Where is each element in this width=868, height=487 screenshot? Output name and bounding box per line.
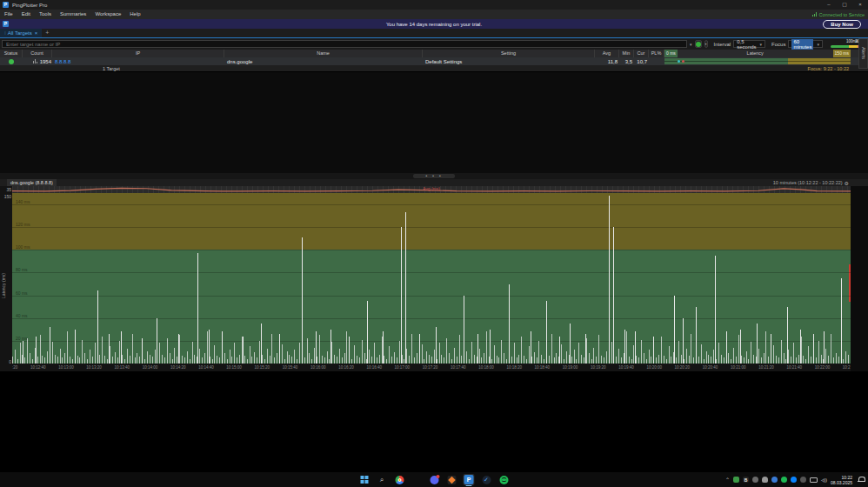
- latency-sample: [239, 355, 240, 364]
- menu-summaries[interactable]: Summaries: [56, 10, 90, 19]
- menu-file[interactable]: File: [0, 10, 17, 19]
- maximize-button[interactable]: ▢: [837, 0, 852, 10]
- notifications-bell-icon[interactable]: [858, 477, 865, 484]
- target-input[interactable]: [2, 40, 687, 48]
- menu-edit[interactable]: Edit: [17, 10, 35, 19]
- close-button[interactable]: ×: [852, 0, 868, 10]
- latency-sample: [17, 359, 18, 364]
- target-setting-cell[interactable]: Default Settings: [423, 57, 595, 65]
- latency-sample: [317, 357, 317, 364]
- tray-blue-app[interactable]: [771, 477, 778, 483]
- tray-bluetooth-app[interactable]: [791, 477, 797, 483]
- check-app-icon[interactable]: ✓: [481, 474, 492, 485]
- interval-dropdown[interactable]: 0,5 seconds▾: [733, 40, 765, 48]
- latency-sample: [741, 356, 742, 364]
- latency-sample: [144, 359, 145, 364]
- minimize-button[interactable]: –: [821, 0, 837, 10]
- col-cur[interactable]: Cur: [634, 50, 649, 57]
- search-button-icon[interactable]: ⌕: [377, 474, 388, 485]
- latency-sample: [574, 350, 575, 364]
- latency-sample: [377, 357, 377, 364]
- graph-settings-gear-icon[interactable]: ⚙: [845, 180, 849, 186]
- latency-sample: [564, 359, 564, 364]
- latency-sample: [417, 353, 417, 364]
- pingplotter-app-icon[interactable]: P: [464, 474, 475, 485]
- messaging-app-icon[interactable]: [429, 474, 440, 485]
- latency-plot[interactable]: 140 ms120 ms100 ms80 ms60 ms40 ms20 ms: [12, 193, 851, 364]
- graph-target-label[interactable]: dns.google (8.8.8.8): [7, 179, 57, 186]
- start-trace-button[interactable]: [695, 40, 702, 48]
- latency-sample: [212, 359, 213, 364]
- file-explorer-app-icon[interactable]: [411, 474, 423, 485]
- start-button-icon[interactable]: [359, 474, 371, 485]
- tray-spotify-app[interactable]: [781, 477, 787, 483]
- latency-sample: [498, 357, 499, 364]
- latency-sample: [354, 345, 355, 364]
- latency-sample: [621, 357, 622, 364]
- buy-now-button[interactable]: Buy Now: [823, 20, 861, 29]
- target-row[interactable]: 1954 8.8.8.8 dns.google Default Settings…: [0, 57, 868, 65]
- latency-sample: [52, 342, 53, 364]
- latency-sample: [593, 348, 594, 364]
- latency-sample: [406, 349, 407, 364]
- trace-options-caret-icon[interactable]: ▾: [704, 40, 708, 48]
- latency-spike: [824, 331, 825, 364]
- volume-network-icon[interactable]: ◃)): [821, 477, 827, 483]
- latency-sample: [681, 355, 682, 364]
- tab-all-targets[interactable]: ⁞⁞ All Targets ×: [0, 29, 42, 37]
- menu-help[interactable]: Help: [125, 10, 144, 19]
- latency-sample: [234, 343, 235, 364]
- col-name[interactable]: Name: [224, 50, 423, 57]
- target-pl-cell: [649, 57, 664, 65]
- col-avg[interactable]: Avg: [595, 50, 619, 57]
- pane-splitter[interactable]: • • •: [0, 173, 868, 179]
- target-ip-link[interactable]: 8.8.8.8: [52, 57, 224, 65]
- latency-spike: [75, 330, 76, 364]
- overview-timeline[interactable]: Avg (ms): [12, 186, 851, 193]
- latency-sample: [561, 344, 562, 364]
- tray-cloud-app[interactable]: [762, 477, 768, 483]
- col-setting[interactable]: Setting: [423, 50, 595, 57]
- taskbar-clock[interactable]: 10:22 08.03.2025: [831, 475, 852, 485]
- latency-sample: [294, 350, 295, 364]
- latency-sample: [461, 356, 462, 364]
- latency-sample: [172, 359, 173, 364]
- latency-spike: [624, 330, 625, 364]
- splitter-handle-icon[interactable]: • • •: [413, 174, 455, 178]
- latency-sample: [64, 353, 65, 364]
- tray-b-app[interactable]: B: [743, 477, 749, 483]
- alerts-side-tab[interactable]: Alerts: [858, 38, 868, 69]
- focus-dropdown[interactable]: 60 minutes▾: [788, 40, 823, 48]
- latency-sample: [644, 353, 644, 364]
- target-history-caret-icon[interactable]: ▾: [690, 42, 692, 47]
- latency-sample: [150, 355, 150, 364]
- spotify-app-icon[interactable]: [498, 474, 510, 485]
- tab-close-icon[interactable]: ×: [35, 30, 38, 36]
- latency-sample: [304, 357, 305, 364]
- latency-sample: [137, 353, 137, 364]
- tray-green-app[interactable]: [733, 477, 739, 483]
- bar-chart-icon[interactable]: [33, 59, 37, 63]
- new-tab-button[interactable]: +: [42, 29, 52, 37]
- col-count[interactable]: Count: [23, 50, 52, 57]
- latency-sample: [596, 357, 597, 364]
- col-latency[interactable]: 0 ms Latency 150 ms: [664, 50, 868, 57]
- tray-gray-app[interactable]: [800, 477, 806, 483]
- latency-sample: [606, 351, 607, 364]
- latency-sample: [454, 348, 455, 364]
- hidden-icons-chevron[interactable]: ⌃: [725, 477, 730, 483]
- menu-tools[interactable]: Tools: [35, 10, 56, 19]
- latency-sample: [339, 349, 340, 364]
- tray-circle-app[interactable]: [752, 477, 758, 483]
- col-ip[interactable]: IP: [52, 50, 224, 57]
- menu-workspace[interactable]: Workspace: [90, 10, 125, 19]
- touch-keyboard-icon[interactable]: [810, 477, 818, 483]
- col-status[interactable]: Status: [0, 50, 23, 57]
- latency-sample: [768, 357, 769, 364]
- col-min[interactable]: Min: [619, 50, 634, 57]
- col-pl[interactable]: PL%: [649, 50, 664, 57]
- trial-message: You have 14 days remaining on your trial…: [0, 22, 868, 27]
- latency-spike: [653, 337, 654, 364]
- chrome-app-icon[interactable]: [394, 474, 405, 485]
- photos-app-icon[interactable]: [446, 474, 457, 485]
